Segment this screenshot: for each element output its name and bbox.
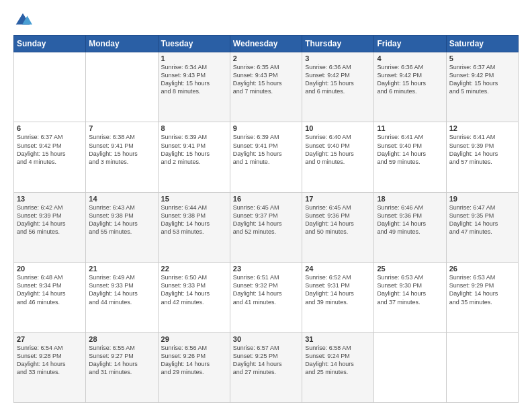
day-info: Sunrise: 6:48 AM Sunset: 9:34 PM Dayligh…	[17, 273, 83, 306]
calendar-cell	[86, 52, 158, 122]
day-number: 5	[449, 54, 515, 62]
day-info: Sunrise: 6:49 AM Sunset: 9:33 PM Dayligh…	[89, 273, 154, 306]
day-number: 25	[377, 265, 443, 273]
header	[13, 11, 519, 30]
calendar-week-row: 6Sunrise: 6:37 AM Sunset: 9:42 PM Daylig…	[14, 122, 519, 192]
calendar-cell: 28Sunrise: 6:55 AM Sunset: 9:27 PM Dayli…	[86, 332, 158, 402]
day-info: Sunrise: 6:45 AM Sunset: 9:37 PM Dayligh…	[233, 203, 299, 236]
day-number: 11	[377, 124, 443, 132]
day-number: 2	[233, 54, 299, 62]
day-info: Sunrise: 6:39 AM Sunset: 9:41 PM Dayligh…	[161, 133, 227, 166]
day-number: 21	[89, 265, 154, 273]
calendar-cell: 8Sunrise: 6:39 AM Sunset: 9:41 PM Daylig…	[158, 122, 230, 192]
day-info: Sunrise: 6:56 AM Sunset: 9:26 PM Dayligh…	[161, 344, 227, 377]
day-info: Sunrise: 6:36 AM Sunset: 9:42 PM Dayligh…	[377, 63, 443, 96]
day-info: Sunrise: 6:50 AM Sunset: 9:33 PM Dayligh…	[161, 273, 227, 306]
day-number: 18	[377, 195, 443, 203]
weekday-header-monday: Monday	[86, 36, 158, 52]
day-number: 1	[161, 54, 227, 62]
calendar-cell	[446, 332, 518, 402]
calendar-cell: 31Sunrise: 6:58 AM Sunset: 9:24 PM Dayli…	[302, 332, 374, 402]
day-number: 24	[305, 265, 371, 273]
day-info: Sunrise: 6:41 AM Sunset: 9:39 PM Dayligh…	[449, 133, 515, 166]
day-info: Sunrise: 6:46 AM Sunset: 9:36 PM Dayligh…	[377, 203, 443, 236]
day-number: 23	[233, 265, 299, 273]
calendar-cell: 7Sunrise: 6:38 AM Sunset: 9:41 PM Daylig…	[86, 122, 158, 192]
calendar-cell: 1Sunrise: 6:34 AM Sunset: 9:43 PM Daylig…	[158, 52, 230, 122]
calendar-cell: 17Sunrise: 6:45 AM Sunset: 9:36 PM Dayli…	[302, 192, 374, 262]
calendar-week-row: 13Sunrise: 6:42 AM Sunset: 9:39 PM Dayli…	[14, 192, 519, 262]
day-info: Sunrise: 6:51 AM Sunset: 9:32 PM Dayligh…	[233, 273, 299, 306]
day-info: Sunrise: 6:34 AM Sunset: 9:43 PM Dayligh…	[161, 63, 227, 96]
day-number: 22	[161, 265, 227, 273]
weekday-header-tuesday: Tuesday	[158, 36, 230, 52]
calendar-cell: 27Sunrise: 6:54 AM Sunset: 9:28 PM Dayli…	[14, 332, 86, 402]
day-number: 17	[305, 195, 371, 203]
day-info: Sunrise: 6:39 AM Sunset: 9:41 PM Dayligh…	[233, 133, 299, 166]
calendar-cell: 16Sunrise: 6:45 AM Sunset: 9:37 PM Dayli…	[230, 192, 302, 262]
calendar-cell: 22Sunrise: 6:50 AM Sunset: 9:33 PM Dayli…	[158, 263, 230, 332]
calendar-cell: 14Sunrise: 6:43 AM Sunset: 9:38 PM Dayli…	[86, 192, 158, 262]
day-number: 9	[233, 124, 299, 132]
day-info: Sunrise: 6:41 AM Sunset: 9:40 PM Dayligh…	[377, 133, 443, 166]
day-number: 28	[89, 335, 154, 343]
calendar-cell: 25Sunrise: 6:53 AM Sunset: 9:30 PM Dayli…	[374, 263, 446, 332]
day-number: 29	[161, 335, 227, 343]
weekday-header-thursday: Thursday	[302, 36, 374, 52]
calendar-cell: 10Sunrise: 6:40 AM Sunset: 9:40 PM Dayli…	[302, 122, 374, 192]
calendar-cell: 23Sunrise: 6:51 AM Sunset: 9:32 PM Dayli…	[230, 263, 302, 332]
day-info: Sunrise: 6:47 AM Sunset: 9:35 PM Dayligh…	[449, 203, 515, 236]
calendar-cell: 11Sunrise: 6:41 AM Sunset: 9:40 PM Dayli…	[374, 122, 446, 192]
calendar-cell: 15Sunrise: 6:44 AM Sunset: 9:38 PM Dayli…	[158, 192, 230, 262]
day-info: Sunrise: 6:44 AM Sunset: 9:38 PM Dayligh…	[161, 203, 227, 236]
calendar-cell: 24Sunrise: 6:52 AM Sunset: 9:31 PM Dayli…	[302, 263, 374, 332]
calendar-cell: 9Sunrise: 6:39 AM Sunset: 9:41 PM Daylig…	[230, 122, 302, 192]
day-number: 30	[233, 335, 299, 343]
day-number: 7	[89, 124, 154, 132]
day-info: Sunrise: 6:40 AM Sunset: 9:40 PM Dayligh…	[305, 133, 371, 166]
day-info: Sunrise: 6:45 AM Sunset: 9:36 PM Dayligh…	[305, 203, 371, 236]
calendar-cell: 4Sunrise: 6:36 AM Sunset: 9:42 PM Daylig…	[374, 52, 446, 122]
day-info: Sunrise: 6:54 AM Sunset: 9:28 PM Dayligh…	[17, 344, 83, 377]
calendar-cell	[374, 332, 446, 402]
calendar-cell: 20Sunrise: 6:48 AM Sunset: 9:34 PM Dayli…	[14, 263, 86, 332]
day-number: 27	[17, 335, 83, 343]
day-info: Sunrise: 6:58 AM Sunset: 9:24 PM Dayligh…	[305, 344, 371, 377]
calendar-cell	[14, 52, 86, 122]
day-info: Sunrise: 6:38 AM Sunset: 9:41 PM Dayligh…	[89, 133, 154, 166]
day-info: Sunrise: 6:43 AM Sunset: 9:38 PM Dayligh…	[89, 203, 154, 236]
day-info: Sunrise: 6:52 AM Sunset: 9:31 PM Dayligh…	[305, 273, 371, 306]
day-number: 3	[305, 54, 371, 62]
day-info: Sunrise: 6:55 AM Sunset: 9:27 PM Dayligh…	[89, 344, 154, 377]
day-number: 6	[17, 124, 83, 132]
calendar-cell: 29Sunrise: 6:56 AM Sunset: 9:26 PM Dayli…	[158, 332, 230, 402]
day-number: 14	[89, 195, 154, 203]
weekday-header-sunday: Sunday	[14, 36, 86, 52]
day-info: Sunrise: 6:53 AM Sunset: 9:29 PM Dayligh…	[449, 273, 515, 306]
day-info: Sunrise: 6:42 AM Sunset: 9:39 PM Dayligh…	[17, 203, 83, 236]
calendar-cell: 3Sunrise: 6:36 AM Sunset: 9:42 PM Daylig…	[302, 52, 374, 122]
calendar-cell: 26Sunrise: 6:53 AM Sunset: 9:29 PM Dayli…	[446, 263, 518, 332]
calendar-cell: 12Sunrise: 6:41 AM Sunset: 9:39 PM Dayli…	[446, 122, 518, 192]
day-info: Sunrise: 6:53 AM Sunset: 9:30 PM Dayligh…	[377, 273, 443, 306]
calendar-cell: 30Sunrise: 6:57 AM Sunset: 9:25 PM Dayli…	[230, 332, 302, 402]
day-number: 12	[449, 124, 515, 132]
calendar-week-row: 20Sunrise: 6:48 AM Sunset: 9:34 PM Dayli…	[14, 263, 519, 332]
day-number: 13	[17, 195, 83, 203]
day-info: Sunrise: 6:37 AM Sunset: 9:42 PM Dayligh…	[17, 133, 83, 166]
calendar-cell: 5Sunrise: 6:37 AM Sunset: 9:42 PM Daylig…	[446, 52, 518, 122]
weekday-header-saturday: Saturday	[446, 36, 518, 52]
day-number: 19	[449, 195, 515, 203]
calendar-week-row: 27Sunrise: 6:54 AM Sunset: 9:28 PM Dayli…	[14, 332, 519, 402]
day-number: 26	[449, 265, 515, 273]
day-number: 15	[161, 195, 227, 203]
day-info: Sunrise: 6:37 AM Sunset: 9:42 PM Dayligh…	[449, 63, 515, 96]
weekday-header-row: SundayMondayTuesdayWednesdayThursdayFrid…	[14, 36, 519, 52]
day-number: 4	[377, 54, 443, 62]
calendar-cell: 6Sunrise: 6:37 AM Sunset: 9:42 PM Daylig…	[14, 122, 86, 192]
calendar-cell: 21Sunrise: 6:49 AM Sunset: 9:33 PM Dayli…	[86, 263, 158, 332]
calendar: SundayMondayTuesdayWednesdayThursdayFrid…	[13, 35, 519, 403]
day-info: Sunrise: 6:35 AM Sunset: 9:43 PM Dayligh…	[233, 63, 299, 96]
day-info: Sunrise: 6:36 AM Sunset: 9:42 PM Dayligh…	[305, 63, 371, 96]
day-info: Sunrise: 6:57 AM Sunset: 9:25 PM Dayligh…	[233, 344, 299, 377]
